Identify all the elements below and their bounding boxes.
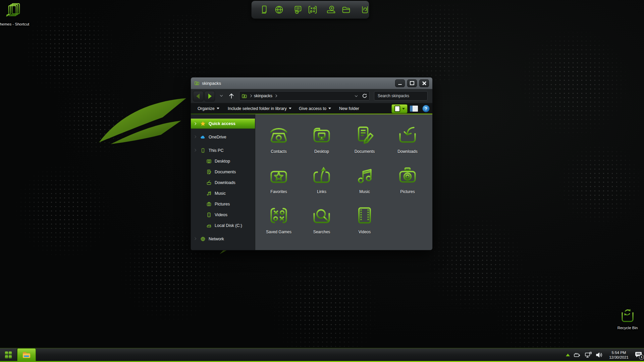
- change-view-button[interactable]: [391, 104, 408, 113]
- address-folder-icon: [241, 93, 247, 99]
- forward-button[interactable]: [204, 91, 215, 102]
- search-box: [374, 91, 428, 101]
- sidebar-item-music[interactable]: Music: [191, 188, 255, 198]
- volume-icon[interactable]: [596, 352, 603, 358]
- file-explorer-icon: [22, 351, 31, 359]
- pictures-icon: [397, 165, 418, 185]
- sidebar-item-local-disk-c[interactable]: Local Disk (C:): [191, 221, 255, 231]
- expand-chevron-icon[interactable]: [194, 135, 196, 138]
- folder-tile-pictures[interactable]: Pictures: [386, 163, 429, 203]
- expand-chevron-icon[interactable]: [194, 237, 196, 240]
- include-in-library-menu[interactable]: Include selected folder in library: [228, 103, 291, 114]
- large-icons-view-icon: [394, 106, 400, 112]
- folder-tile-searches[interactable]: Searches: [300, 203, 343, 243]
- desktop-folder-icon: [312, 125, 332, 145]
- folder-tile-desktop[interactable]: Desktop: [300, 122, 343, 163]
- show-hidden-icons-button[interactable]: [566, 354, 570, 356]
- network-icon[interactable]: [585, 352, 592, 358]
- sidebar-item-videos[interactable]: Videos: [191, 210, 255, 220]
- sidebar-item-label: Videos: [215, 213, 227, 217]
- maximize-button[interactable]: [407, 79, 417, 87]
- folder-tile-links[interactable]: Links: [300, 163, 343, 203]
- videos-icon: [206, 212, 212, 218]
- back-button[interactable]: [193, 91, 204, 102]
- navigation-bar: skinpacks: [191, 89, 432, 103]
- refresh-icon[interactable]: [362, 93, 367, 99]
- address-dropdown-chevron-icon[interactable]: [355, 94, 358, 97]
- sidebar-item-downloads[interactable]: Downloads: [191, 178, 255, 188]
- downloads-icon: [206, 180, 212, 185]
- close-button[interactable]: [419, 79, 429, 87]
- sidebar-item-documents[interactable]: Documents: [191, 167, 255, 177]
- taskbar-file-explorer-button[interactable]: [17, 348, 36, 361]
- folder-tile-music[interactable]: Music: [343, 163, 386, 203]
- give-access-menu[interactable]: Give access to: [299, 103, 331, 114]
- this-pc-icon: [200, 148, 206, 153]
- view-caret-icon: [402, 108, 405, 110]
- folder-tile-documents[interactable]: Documents: [343, 122, 386, 163]
- folder-tile-label: Videos: [359, 230, 371, 234]
- taskbar-clock[interactable]: 5:54 PM 12/30/2021: [607, 350, 631, 360]
- expand-chevron-icon[interactable]: [194, 149, 196, 152]
- dock-item-computer[interactable]: [259, 4, 269, 15]
- desktop-icon-recycle-bin[interactable]: Recycle Bin: [611, 306, 644, 330]
- expand-chevron-icon[interactable]: [194, 122, 196, 125]
- up-button[interactable]: [228, 93, 234, 99]
- computer-icon: [259, 4, 269, 15]
- recent-locations-chevron-icon[interactable]: [220, 94, 223, 97]
- notification-badge: 1: [639, 355, 644, 360]
- breadcrumb[interactable]: skinpacks: [254, 94, 272, 98]
- help-button[interactable]: ?: [422, 105, 430, 112]
- new-folder-button[interactable]: New folder: [339, 103, 359, 114]
- folder-tile-label: Downloads: [397, 149, 417, 154]
- clock-time: 5:54 PM: [607, 350, 631, 355]
- preview-pane-button[interactable]: [410, 105, 418, 112]
- battery-icon[interactable]: [574, 352, 581, 358]
- desktop-icon-label: Recycle Bin: [611, 326, 644, 330]
- system-tray: 5:54 PM 12/30/2021 1: [566, 348, 643, 361]
- dropdown-caret-icon: [217, 108, 219, 109]
- sidebar-item-quick-access[interactable]: Quick access: [191, 119, 255, 129]
- notification-center-button[interactable]: 1: [635, 351, 643, 359]
- recycle-bin-icon: [619, 306, 636, 323]
- window-title: skinpacks: [202, 81, 393, 86]
- desktop-icon-themes-shortcut[interactable]: Themes - Shortcut: [0, 2, 30, 26]
- folder-tile-videos[interactable]: Videos: [343, 203, 386, 243]
- search-input[interactable]: [377, 93, 430, 99]
- sidebar-item-onedrive[interactable]: OneDrive: [191, 132, 255, 142]
- folder-tile-favorites[interactable]: Favorites: [257, 163, 300, 203]
- dock-item-folder[interactable]: [341, 4, 351, 15]
- sidebar-item-network[interactable]: Network: [191, 234, 255, 244]
- window-folder-icon: [194, 80, 200, 86]
- dropdown-caret-icon: [289, 108, 291, 109]
- saved-games-icon: [269, 205, 289, 226]
- navigation-pane: Quick access OneDrive This PC Desktop: [191, 114, 255, 250]
- titlebar[interactable]: skinpacks: [191, 77, 432, 89]
- folder-tile-label: Saved Games: [266, 230, 291, 234]
- taskbar: 5:54 PM 12/30/2021 1: [0, 348, 644, 362]
- folder-tile-downloads[interactable]: Downloads: [386, 122, 429, 163]
- contacts-icon: [269, 125, 289, 145]
- address-bar[interactable]: skinpacks: [239, 91, 370, 101]
- start-button[interactable]: [0, 348, 17, 361]
- organize-menu[interactable]: Organize: [198, 103, 219, 114]
- sidebar-item-this-pc[interactable]: This PC: [191, 145, 255, 156]
- dock-item-disc-drive[interactable]: [326, 4, 336, 15]
- sidebar-item-desktop[interactable]: Desktop: [191, 156, 255, 166]
- file-list: Contacts Desktop Documents: [255, 114, 432, 250]
- dock-item-games[interactable]: [308, 4, 318, 15]
- sidebar-item-pictures[interactable]: Pictures: [191, 199, 255, 209]
- forward-icon: [206, 93, 213, 100]
- dock-item-recent-documents[interactable]: [293, 4, 303, 15]
- breadcrumb-chevron-icon[interactable]: [274, 95, 277, 97]
- minimize-button[interactable]: [395, 79, 405, 87]
- dock-item-globe[interactable]: [274, 4, 284, 15]
- sidebar-item-label: Network: [209, 237, 224, 241]
- folder-tile-saved-games[interactable]: Saved Games: [257, 203, 300, 243]
- help-glyph: ?: [425, 106, 427, 111]
- dock-item-recycle[interactable]: [360, 4, 370, 15]
- folder-tile-contacts[interactable]: Contacts: [257, 122, 300, 163]
- breadcrumb-chevron-icon: [249, 95, 252, 97]
- music-icon: [355, 165, 375, 185]
- games-icon: [308, 4, 318, 15]
